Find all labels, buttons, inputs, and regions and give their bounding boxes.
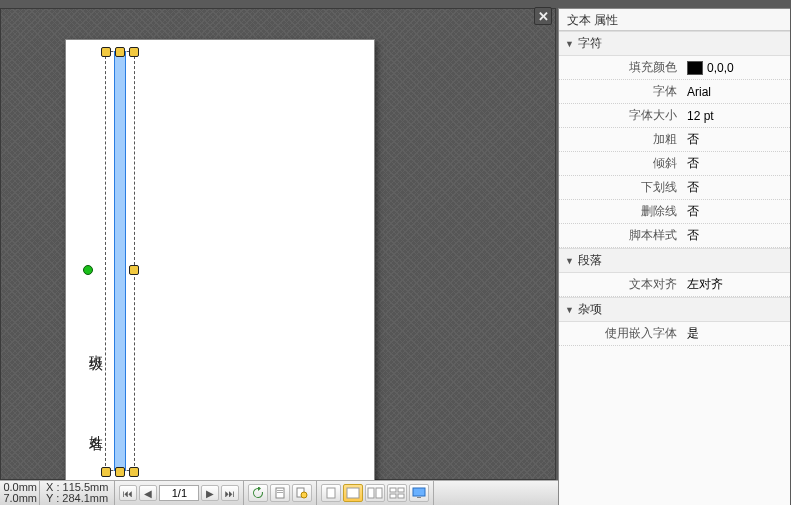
prop-font[interactable]: 字体 Arial <box>559 80 790 104</box>
svg-rect-10 <box>398 488 404 492</box>
section-label: 杂项 <box>578 301 602 318</box>
properties-panel: 文本 属性 ▼ 字符 填充颜色 0,0,0 字体 Arial 字体大小 12 p… <box>558 8 790 505</box>
prop-bold[interactable]: 加粗 否 <box>559 128 790 152</box>
close-icon[interactable]: ✕ <box>534 7 552 25</box>
page-number-input[interactable] <box>159 485 199 501</box>
prop-value: 否 <box>683 203 790 220</box>
prop-label: 字体 <box>559 83 683 100</box>
prop-value: 0,0,0 <box>707 61 734 75</box>
prop-fill-color[interactable]: 填充颜色 0,0,0 <box>559 56 790 80</box>
single-page-wide-icon[interactable] <box>343 484 363 502</box>
single-page-icon[interactable] <box>321 484 341 502</box>
svg-rect-12 <box>398 494 404 498</box>
rotate-handle[interactable] <box>83 265 93 275</box>
canvas-area[interactable]: ✕ 姓名 班级 <box>0 8 556 480</box>
section-label: 字符 <box>578 35 602 52</box>
resize-handle-bm[interactable] <box>115 467 125 477</box>
prop-label: 文本对齐 <box>559 276 683 293</box>
prop-value: 12 pt <box>683 109 790 123</box>
svg-rect-5 <box>327 488 335 498</box>
prop-value: 左对齐 <box>683 276 790 293</box>
resize-handle-tl[interactable] <box>101 47 111 57</box>
refresh-icon[interactable] <box>248 484 268 502</box>
selection-outline <box>105 51 135 471</box>
section-header-char[interactable]: ▼ 字符 <box>559 31 790 56</box>
svg-rect-8 <box>376 488 382 498</box>
screen-icon[interactable] <box>409 484 429 502</box>
prop-underline[interactable]: 下划线 否 <box>559 176 790 200</box>
resize-handle-tm[interactable] <box>115 47 125 57</box>
panel-title: 文本 属性 <box>559 9 790 31</box>
prop-label: 倾斜 <box>559 155 683 172</box>
resize-handle-tr[interactable] <box>129 47 139 57</box>
page-navigation: ⏮ ◀ ▶ ⏭ <box>115 481 244 505</box>
resize-handle-mr[interactable] <box>129 265 139 275</box>
prop-value: 是 <box>683 325 790 342</box>
two-page-icon[interactable] <box>365 484 385 502</box>
y-value: 284.1mm <box>62 492 108 504</box>
ruler-b: 7.0mm <box>3 493 37 504</box>
text-content-1: 姓名 <box>86 424 104 428</box>
svg-rect-2 <box>277 492 283 493</box>
prop-label: 填充颜色 <box>559 59 683 76</box>
color-swatch[interactable] <box>687 61 703 75</box>
view-layout-tools <box>317 481 434 505</box>
svg-rect-11 <box>390 494 396 498</box>
prop-value: 否 <box>683 131 790 148</box>
ruler-readout: 0.0mm 7.0mm <box>0 481 40 505</box>
text-content-2: 班级 <box>86 344 104 348</box>
page-settings-icon[interactable] <box>292 484 312 502</box>
prev-page-button[interactable]: ◀ <box>139 485 157 501</box>
svg-rect-14 <box>417 497 421 498</box>
section-header-para[interactable]: ▼ 段落 <box>559 248 790 273</box>
prop-label: 下划线 <box>559 179 683 196</box>
chevron-down-icon: ▼ <box>565 39 574 49</box>
y-label: Y : <box>46 492 59 504</box>
prop-embed-font[interactable]: 使用嵌入字体 是 <box>559 322 790 346</box>
prop-script[interactable]: 脚本样式 否 <box>559 224 790 248</box>
prop-value: Arial <box>683 85 790 99</box>
prop-label: 字体大小 <box>559 107 683 124</box>
resize-handle-bl[interactable] <box>101 467 111 477</box>
cursor-coordinates: X : 115.5mm Y : 284.1mm <box>40 481 115 505</box>
document-icon[interactable] <box>270 484 290 502</box>
last-page-button[interactable]: ⏭ <box>221 485 239 501</box>
prop-label: 加粗 <box>559 131 683 148</box>
prop-value: 否 <box>683 179 790 196</box>
svg-rect-6 <box>347 488 359 498</box>
status-bar: 0.0mm 7.0mm X : 115.5mm Y : 284.1mm ⏮ ◀ … <box>0 480 558 505</box>
svg-rect-7 <box>368 488 374 498</box>
chevron-down-icon: ▼ <box>565 256 574 266</box>
page-tools <box>244 481 317 505</box>
prop-strike[interactable]: 删除线 否 <box>559 200 790 224</box>
svg-rect-1 <box>277 490 283 491</box>
prop-label: 使用嵌入字体 <box>559 325 683 342</box>
prop-label: 脚本样式 <box>559 227 683 244</box>
svg-point-4 <box>301 492 307 498</box>
section-label: 段落 <box>578 252 602 269</box>
section-header-misc[interactable]: ▼ 杂项 <box>559 297 790 322</box>
four-page-icon[interactable] <box>387 484 407 502</box>
resize-handle-br[interactable] <box>129 467 139 477</box>
prop-text-align[interactable]: 文本对齐 左对齐 <box>559 273 790 297</box>
prop-font-size[interactable]: 字体大小 12 pt <box>559 104 790 128</box>
prop-value: 否 <box>683 155 790 172</box>
svg-rect-13 <box>413 488 425 496</box>
prop-value: 否 <box>683 227 790 244</box>
next-page-button[interactable]: ▶ <box>201 485 219 501</box>
prop-italic[interactable]: 倾斜 否 <box>559 152 790 176</box>
svg-rect-9 <box>390 488 396 492</box>
chevron-down-icon: ▼ <box>565 305 574 315</box>
first-page-button[interactable]: ⏮ <box>119 485 137 501</box>
prop-label: 删除线 <box>559 203 683 220</box>
